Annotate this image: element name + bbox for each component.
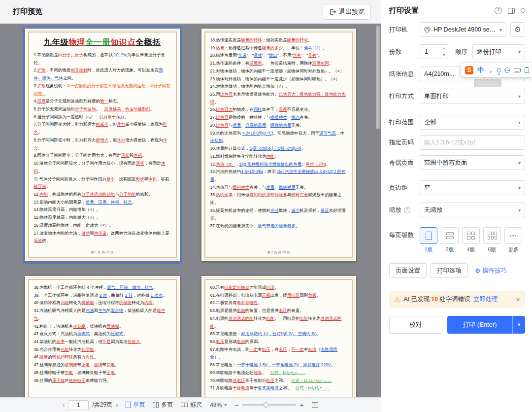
scale-select[interactable]: 无缩放 ▾ bbox=[420, 203, 525, 217]
document-line: 46.能量的转化和转移具有方向性。 bbox=[34, 353, 171, 361]
order-select[interactable]: 逐份打印 ▾ bbox=[472, 44, 525, 59]
document-page: 18.热传递实质是能量的转移；做功实质是能量的转化。19.热量：热传递过程中传递… bbox=[201, 29, 356, 261]
print-options-button[interactable]: 打印选项 bbox=[431, 263, 468, 278]
single-page-view-button[interactable]: 单页 bbox=[126, 401, 145, 409]
layout-panel-icon[interactable] bbox=[508, 8, 515, 14]
document-line: 40.做功冲程将内能转化为机械能；压缩冲程将机械能转化为内能。 bbox=[34, 299, 171, 307]
document-line: 30.热量的计算公式：Q吸=cm(t-t₀)，Q放=cm(t₀-t)。 bbox=[210, 145, 347, 153]
odd-even-select[interactable]: 范围中所有页面 ▾ bbox=[420, 155, 525, 170]
page-number-input[interactable] bbox=[68, 400, 89, 410]
help-icon[interactable]: ? bbox=[495, 7, 502, 14]
document-line: 6.当分子间间距为一定值时（r₀），引力等于斥力。 bbox=[34, 113, 171, 121]
chevron-down-icon: ▾ bbox=[518, 120, 521, 125]
page-slot[interactable]: 九年级物理全一册知识点全概括1.常见物质是由分子、原子构成的，通常以 10⁻¹⁰… bbox=[23, 26, 182, 264]
microphone-icon[interactable] bbox=[498, 68, 500, 72]
ruler-toggle-button[interactable]: 标尺 bbox=[181, 401, 202, 409]
pages-spec-label: 指定页码 bbox=[389, 138, 420, 147]
ime-toolbar[interactable]: S 中 ， bbox=[461, 63, 532, 77]
copies-value: 1 bbox=[420, 45, 440, 59]
ime-punctuation-icon[interactable]: ， bbox=[488, 66, 494, 74]
page-slot[interactable]: 18.热传递实质是能量的转移；做功实质是能量的转化。19.热量：热传递过程中传递… bbox=[199, 26, 359, 264]
close-icon[interactable]: × bbox=[516, 295, 520, 304]
zoom-level-dropdown[interactable]: 48% ▾ bbox=[210, 402, 227, 409]
multi-page-icon bbox=[153, 402, 159, 408]
statusbar: ‹ /共29页 › 单页 多页 标尺 48% ▾ − bbox=[0, 397, 381, 412]
settings-buttons-row: 页面设置 打印选项 ⚙ 操作技巧 bbox=[389, 263, 525, 278]
scale-label: 缩放 bbox=[389, 206, 401, 214]
decrement-icon[interactable]: ▼ bbox=[440, 52, 448, 59]
ime-logo-icon[interactable]: S bbox=[465, 66, 473, 74]
scrollbar-thumb[interactable] bbox=[376, 26, 380, 129]
scale-value: 无缩放 bbox=[424, 206, 515, 214]
pin-icon[interactable] bbox=[520, 7, 526, 14]
printer-properties-button[interactable]: ⚙ bbox=[510, 22, 525, 37]
document-line: 66.电压是形成电流的原因。 bbox=[210, 338, 347, 346]
print-range-select[interactable]: 全部 ▾ bbox=[420, 115, 525, 130]
per-sheet-option-1版[interactable]: 1版 bbox=[420, 227, 437, 253]
document-preview-area[interactable]: 九年级物理全一册知识点全概括1.常见物质是由分子、原子构成的，通常以 10⁻¹⁰… bbox=[0, 24, 381, 397]
page-setup-button[interactable]: 页面设置 bbox=[389, 263, 427, 278]
ime-toolbar-shadow bbox=[474, 79, 501, 87]
pages-spec-input[interactable] bbox=[420, 135, 525, 150]
document-line: 64.电源把其他形式的能转化为电能。 用电器把电能转化为其他形式的能。 bbox=[210, 315, 347, 330]
page-slot[interactable]: 60.只有电荷定向移动才能形成电流。61.在电源外部，电流从电源正极出发，经用电… bbox=[199, 274, 359, 397]
gear-icon: ⚙ bbox=[514, 25, 521, 34]
increment-icon[interactable]: ▲ bbox=[440, 45, 448, 52]
pages-spec-row: 指定页码 bbox=[389, 135, 525, 150]
margins-row: 页边距 窄 ▾ bbox=[389, 180, 525, 195]
print-method-select[interactable]: 单面打印 ▾ bbox=[420, 89, 525, 103]
ime-mode-indicator[interactable]: 中 bbox=[477, 66, 484, 74]
document-line: 34.热值只与燃料种类有关，与质量、燃烧程度无关。 bbox=[210, 184, 347, 192]
fix-now-link[interactable]: 立即处理 bbox=[473, 296, 498, 303]
zoom-controls: − + bbox=[234, 401, 303, 409]
print-method-row: 打印方式 单面打印 ▾ bbox=[389, 89, 525, 103]
zoom-slider[interactable] bbox=[242, 404, 296, 406]
print-method-value: 单面打印 bbox=[424, 92, 515, 101]
page-slot[interactable]: 38.内燃机一个工作循环包括 4 个冲程：吸气、压缩、做功、排气。39.一个工作… bbox=[23, 274, 182, 397]
single-page-icon bbox=[126, 402, 131, 408]
document-line: 69.串联电路中电流处处相等。 公式：I=I₁=I₂=…… bbox=[210, 369, 347, 377]
exit-preview-button[interactable]: 退出预览 bbox=[323, 4, 371, 20]
per-sheet-option-4版[interactable]: 4版 bbox=[462, 227, 480, 253]
preview-scrollbar[interactable] bbox=[376, 26, 380, 395]
per-sheet-option-更多[interactable]: •••更多 bbox=[504, 227, 522, 253]
clipboard-icon[interactable] bbox=[525, 68, 529, 73]
zoom-out-button[interactable]: − bbox=[234, 401, 238, 409]
document-line: 3.扩散现象说明：①一切物质的分子都在不停地做无规则运动；②分子间有间隙。 bbox=[34, 82, 171, 98]
margins-label: 页边距 bbox=[389, 184, 420, 192]
printer-select[interactable]: HP DeskJet 4900 series ▾ bbox=[420, 22, 506, 37]
document-line: 27.比热容是物质的一种特性，与物质种类、物态有关。 bbox=[210, 114, 347, 122]
document-line: 15.物体温度越高，内能越大（√）。 bbox=[34, 214, 171, 222]
error-count: 10 bbox=[431, 296, 438, 303]
next-page-icon[interactable]: › bbox=[116, 402, 118, 409]
per-sheet-row: 每页版数 1版2版4版6版•••更多 bbox=[389, 227, 525, 253]
multi-page-view-button[interactable]: 多页 bbox=[153, 401, 173, 409]
tips-link[interactable]: ⚙ 操作技巧 bbox=[475, 267, 507, 275]
ime-skin-icon[interactable] bbox=[504, 68, 510, 73]
fit-page-icon[interactable] bbox=[312, 402, 318, 408]
copies-stepper[interactable]: 1 ▲ ▼ bbox=[420, 44, 448, 59]
document-line: 48.丝绸得电子带负电，玻璃棒失电子带正电。 bbox=[34, 369, 171, 377]
previous-page-icon[interactable]: ‹ bbox=[63, 402, 65, 409]
scale-row: 缩放 ? 无缩放 ▾ bbox=[389, 203, 525, 217]
ruler-label: 标尺 bbox=[190, 401, 202, 409]
per-sheet-icon bbox=[467, 232, 475, 240]
print-dropdown-caret[interactable]: ▼ bbox=[512, 316, 525, 334]
margins-select[interactable]: 窄 ▾ bbox=[420, 180, 525, 195]
document-line: 23.物体对外做功，物体的内能不一定减少（如物体同时吸热）。（×） bbox=[210, 75, 347, 83]
info-icon[interactable]: ? bbox=[404, 207, 410, 213]
document-line: 8.分子间间距变小时，引力和斥力都增大，但斥力增大得更快，表现为斥力。 bbox=[34, 137, 171, 152]
print-button[interactable]: 打印 (Enter) ▼ bbox=[447, 316, 525, 334]
document-line: 38.内燃机一个工作循环包括 4 个冲程：吸气、压缩、做功、排气。 bbox=[34, 284, 171, 292]
document-line: 22.对物体做功，物体的内能不一定增加（如物体同时对外放热）。（×） bbox=[210, 68, 347, 75]
per-sheet-option-2版[interactable]: 2版 bbox=[441, 227, 459, 253]
document-line: 49.丝绸的原子核对核外电子束缚能力强。 bbox=[34, 377, 171, 385]
proofread-button[interactable]: 校对 bbox=[389, 316, 442, 334]
per-sheet-option-6版[interactable]: 6版 bbox=[483, 227, 501, 253]
chevron-down-icon: ▾ bbox=[499, 27, 502, 33]
zoom-slider-thumb[interactable] bbox=[264, 402, 269, 408]
zoom-in-button[interactable]: + bbox=[299, 401, 303, 409]
odd-even-row: 奇偶页面 范围中所有页面 ▾ bbox=[389, 155, 525, 170]
preview-column: 打印预览 退出预览 九年级物理全一册知识点全概括1.常见物质是由分子、原子构成的… bbox=[0, 0, 381, 412]
keyboard-icon[interactable] bbox=[514, 68, 521, 72]
